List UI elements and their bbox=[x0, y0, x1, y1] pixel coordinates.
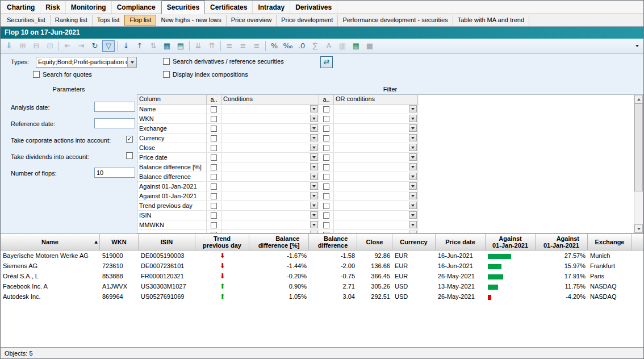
filter-or-condition-dropdown[interactable] bbox=[334, 153, 418, 162]
subtab-tops-list[interactable]: Tops list bbox=[93, 15, 125, 26]
number-of-flops-input[interactable] bbox=[94, 168, 135, 178]
font-icon[interactable]: A bbox=[323, 40, 335, 52]
chart-export-icon[interactable]: ⇩ bbox=[3, 40, 15, 52]
search-derivatives-checkbox[interactable] bbox=[163, 58, 170, 65]
percent-format-icon[interactable]: % bbox=[268, 40, 281, 52]
filter-and-checkbox[interactable] bbox=[211, 116, 217, 122]
tab-certificates[interactable]: Certificates bbox=[205, 1, 253, 14]
tab-compliance[interactable]: Compliance bbox=[112, 1, 161, 14]
filter-condition-dropdown[interactable] bbox=[221, 133, 319, 143]
filter-or-checkbox[interactable] bbox=[323, 164, 329, 170]
filter-condition-dropdown[interactable] bbox=[221, 230, 319, 233]
zoom-fit-icon[interactable]: ⊡ bbox=[44, 40, 56, 52]
filter-condition-dropdown[interactable] bbox=[221, 182, 319, 191]
subtab-price-development[interactable]: Price development bbox=[277, 15, 338, 26]
filter-or-condition-dropdown[interactable] bbox=[334, 191, 418, 201]
col-header-trend[interactable]: Trend previous day bbox=[195, 234, 249, 250]
align-left-icon[interactable]: ≡ bbox=[223, 40, 236, 52]
align-center-icon[interactable]: ≡ bbox=[237, 40, 249, 52]
table-row[interactable]: Oréal S.A., L 853888 FR0000120321 ⬇ -0.2… bbox=[1, 271, 643, 281]
filter-and-checkbox[interactable] bbox=[211, 106, 217, 112]
filter-condition-dropdown[interactable] bbox=[221, 211, 319, 220]
filter-or-condition-dropdown[interactable] bbox=[334, 105, 418, 114]
filter-or-checkbox[interactable] bbox=[323, 135, 329, 141]
col-header-against-pct[interactable]: Against 01-Jan-2021 bbox=[536, 234, 588, 250]
filter-or-checkbox[interactable] bbox=[323, 222, 329, 228]
filter-or-condition-dropdown[interactable] bbox=[334, 230, 418, 233]
col-header-wkn[interactable]: WKN bbox=[100, 234, 139, 250]
table-row[interactable]: Bayerische Motoren Werke AG 519000 DE000… bbox=[1, 251, 643, 261]
zoom-out-icon[interactable]: ⊟ bbox=[30, 40, 43, 52]
chart-icon[interactable]: ▦ bbox=[350, 40, 362, 52]
filter-and-checkbox[interactable] bbox=[211, 135, 217, 141]
col-header-currency[interactable]: Currency bbox=[392, 234, 436, 250]
tab-charting[interactable]: Charting bbox=[2, 1, 40, 14]
filter-or-checkbox[interactable] bbox=[323, 155, 329, 161]
filter-or-condition-dropdown[interactable] bbox=[334, 201, 418, 210]
tab-intraday[interactable]: Intraday bbox=[253, 1, 290, 14]
filter-and-checkbox[interactable] bbox=[211, 222, 217, 228]
report-view-icon[interactable]: ▤ bbox=[174, 40, 187, 52]
tab-risk[interactable]: Risk bbox=[40, 1, 65, 14]
col-header-balance[interactable]: Balance difference bbox=[309, 234, 357, 250]
filter-condition-dropdown[interactable] bbox=[221, 201, 319, 210]
sort-toggle-icon[interactable]: ⇅ bbox=[147, 40, 160, 52]
corporate-actions-checkbox[interactable]: ✓ bbox=[126, 136, 133, 143]
tab-monitoring[interactable]: Monitoring bbox=[66, 1, 112, 14]
filter-or-checkbox[interactable] bbox=[323, 174, 329, 180]
filter-condition-dropdown[interactable] bbox=[221, 124, 319, 133]
scroll-down-button[interactable] bbox=[634, 224, 643, 233]
subtab-table-ma-trend[interactable]: Table with MA and trend bbox=[453, 15, 529, 26]
col-header-balance-pct[interactable]: Balance difference [%] bbox=[249, 234, 309, 250]
filter-condition-dropdown[interactable] bbox=[221, 105, 319, 114]
filter-and-checkbox[interactable] bbox=[211, 155, 217, 161]
filter-or-condition-dropdown[interactable] bbox=[334, 182, 418, 191]
filter-or-condition-dropdown[interactable] bbox=[334, 114, 418, 123]
filter-condition-dropdown[interactable] bbox=[221, 114, 319, 123]
permille-format-icon[interactable]: ‰ bbox=[282, 40, 294, 52]
filter-or-condition-dropdown[interactable] bbox=[334, 124, 418, 133]
subtab-price-overview[interactable]: Price overview bbox=[227, 15, 277, 26]
tab-derivatives[interactable]: Derivatives bbox=[290, 1, 337, 14]
grid-icon[interactable]: ▥ bbox=[336, 40, 349, 52]
filter-and-checkbox[interactable] bbox=[211, 126, 217, 132]
stop-icon[interactable]: ■ bbox=[363, 40, 376, 52]
col-header-close[interactable]: Close bbox=[357, 234, 392, 250]
scroll-up-button[interactable] bbox=[634, 95, 643, 103]
filter-or-checkbox[interactable] bbox=[323, 232, 329, 234]
types-combobox[interactable]: Equity;Bond;Profit-participation certif bbox=[36, 57, 137, 68]
filter-and-checkbox[interactable] bbox=[211, 212, 217, 219]
shift-right-icon[interactable]: ⇥ bbox=[75, 40, 87, 52]
filter-and-checkbox[interactable] bbox=[211, 174, 217, 180]
col-header-isin[interactable]: ISIN bbox=[139, 234, 195, 250]
align-right-icon[interactable]: ≡ bbox=[250, 40, 263, 52]
tab-securities[interactable]: Securities bbox=[161, 1, 205, 14]
subtab-flop-list[interactable]: Flop list bbox=[124, 15, 156, 26]
sort-descending-icon[interactable]: ↓ bbox=[120, 40, 132, 52]
table-row[interactable]: Facebook Inc. A A1JWVX US30303M1027 ⬆ 0.… bbox=[1, 281, 643, 291]
filter-or-condition-dropdown[interactable] bbox=[334, 211, 418, 220]
col-header-exchange[interactable]: Exchange bbox=[588, 234, 632, 250]
sort-az-icon[interactable]: ⇊ bbox=[192, 40, 204, 52]
reference-date-input[interactable] bbox=[94, 118, 135, 128]
refresh-icon[interactable]: ↻ bbox=[89, 40, 101, 52]
sort-za-icon[interactable]: ⇈ bbox=[206, 40, 218, 52]
filter-and-checkbox[interactable] bbox=[211, 193, 217, 199]
filter-or-condition-dropdown[interactable] bbox=[334, 162, 418, 172]
filter-or-checkbox[interactable] bbox=[323, 212, 329, 219]
analysis-date-input[interactable] bbox=[94, 102, 135, 112]
filter-or-checkbox[interactable] bbox=[323, 126, 329, 132]
col-header-against-bar[interactable]: Against 01-Jan-2021 bbox=[486, 234, 536, 250]
shift-left-icon[interactable]: ⇤ bbox=[61, 40, 74, 52]
filter-icon[interactable]: ▽ bbox=[102, 40, 115, 52]
filter-or-condition-dropdown[interactable] bbox=[334, 220, 418, 229]
filter-or-checkbox[interactable] bbox=[323, 145, 329, 151]
col-header-name[interactable]: Name▲ bbox=[1, 234, 100, 250]
filter-or-checkbox[interactable] bbox=[323, 193, 329, 199]
subtab-performance-development[interactable]: Performance development - securities bbox=[338, 15, 453, 26]
filter-or-checkbox[interactable] bbox=[323, 183, 329, 190]
filter-condition-dropdown[interactable] bbox=[221, 172, 319, 181]
filter-condition-dropdown[interactable] bbox=[221, 153, 319, 162]
filter-or-checkbox[interactable] bbox=[323, 106, 329, 112]
filter-or-condition-dropdown[interactable] bbox=[334, 172, 418, 181]
